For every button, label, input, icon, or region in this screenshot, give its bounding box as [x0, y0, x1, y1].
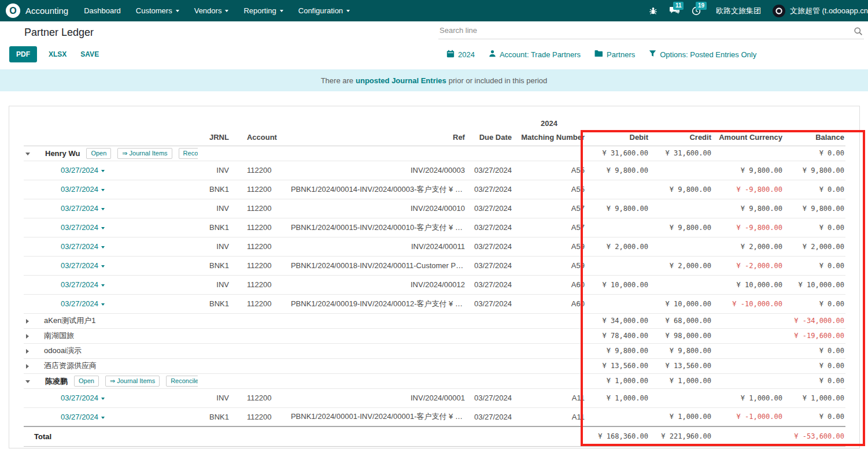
- expand-caret-icon[interactable]: [26, 364, 29, 369]
- double-arrow-icon: ⇒: [110, 377, 115, 384]
- partner-group-row: aKen测试用户1¥ 34,000.00¥ 68,000.00¥ -34,000…: [24, 313, 845, 328]
- dropdown-caret-icon: [225, 10, 228, 12]
- amount-currency: ¥ 1,000.00: [712, 388, 784, 407]
- debit-amount: [586, 180, 649, 199]
- balance-amount: ¥ 2,000.00: [784, 237, 845, 256]
- journal-entry-date-link[interactable]: 03/27/2024: [61, 299, 105, 308]
- journal-line-row: 03/27/2024BNK1112200PBNK1/2024/00014-INV…: [24, 180, 845, 199]
- journal-entry-date-link[interactable]: 03/27/2024: [61, 204, 105, 213]
- activities-badge: 19: [696, 2, 707, 10]
- xlsx-button[interactable]: XLSX: [46, 46, 69, 62]
- credit-amount: ¥ 9,800.00: [649, 343, 712, 358]
- filter-icon: [649, 50, 656, 59]
- reference: PBNK1/2024/00014-INV/2024/00003-客户支付 ¥ 9…: [290, 180, 466, 199]
- user-avatar[interactable]: [773, 5, 785, 17]
- menu-customers[interactable]: Customers: [128, 0, 187, 21]
- due-date: 03/27/2024: [466, 237, 512, 256]
- search-input[interactable]: [438, 23, 849, 37]
- caret-down-icon: [101, 170, 105, 172]
- filter-options-posted-entries-only[interactable]: Options: Posted Entries Only: [649, 50, 756, 59]
- journal-entry-date-link[interactable]: 03/27/2024: [61, 394, 105, 402]
- journal-entry-date-link[interactable]: 03/27/2024: [61, 261, 105, 270]
- unposted-entries-banner: There are unposted Journal Entries prior…: [0, 69, 868, 91]
- save-button[interactable]: SAVE: [77, 46, 102, 62]
- caret-down-icon: [101, 189, 105, 191]
- collapse-caret-icon[interactable]: [25, 153, 30, 155]
- expand-caret-icon[interactable]: [26, 334, 29, 339]
- table-header-row: JRNL Account Ref Due Date Matching Numbe…: [24, 129, 845, 146]
- journal-entry-date-link[interactable]: 03/27/2024: [61, 413, 105, 421]
- amount-currency: [712, 358, 784, 373]
- account-code: 112200: [232, 218, 290, 237]
- journal-entry-date-link[interactable]: 03/27/2024: [61, 185, 105, 194]
- journal-line-row: 03/27/2024BNK1112200PBNK1/2024/00001-INV…: [24, 407, 845, 426]
- journal-code: BNK1: [198, 256, 232, 275]
- menu-configuration[interactable]: Configuration: [291, 0, 357, 21]
- caret-down-icon: [101, 284, 105, 287]
- partner-name: odooai演示: [44, 346, 82, 355]
- filter-partners[interactable]: Partners: [594, 50, 635, 59]
- menu-dashboard[interactable]: Dashboard: [76, 0, 128, 21]
- company-name[interactable]: 欧路文旅集团: [707, 6, 770, 16]
- reconcile-button[interactable]: Reconcile: [166, 376, 198, 387]
- user-icon: [489, 50, 496, 59]
- amount-currency: [712, 328, 784, 343]
- expand-caret-icon[interactable]: [26, 319, 29, 324]
- menu-vendors[interactable]: Vendors: [187, 0, 237, 21]
- amount-currency: ¥ -9,800.00: [712, 218, 784, 237]
- open-button[interactable]: Open: [74, 376, 99, 387]
- journal-code: INV: [198, 161, 232, 180]
- journal-line-row: 03/27/2024INV112200INV/2024/0001203/27/2…: [24, 275, 845, 294]
- credit-amount: [649, 199, 712, 218]
- balance-amount: ¥ 9,800.00: [784, 199, 845, 218]
- journal-entry-date-link[interactable]: 03/27/2024: [61, 223, 105, 232]
- open-button[interactable]: Open: [86, 148, 111, 159]
- balance-amount: ¥ 1,000.00: [784, 388, 845, 407]
- account-code: 112200: [232, 161, 290, 180]
- due-date: 03/27/2024: [466, 407, 512, 426]
- filter-2024[interactable]: 2024: [446, 50, 475, 60]
- filter-label: 2024: [458, 50, 475, 59]
- debug-icon[interactable]: [643, 0, 663, 21]
- matching-number: A59: [512, 237, 586, 256]
- top-navbar: O Accounting DashboardCustomersVendorsRe…: [0, 0, 868, 21]
- user-name[interactable]: 文旅超管 (t.odooapp.cn: [790, 6, 868, 16]
- debit-amount: ¥ 9,800.00: [586, 161, 649, 180]
- debit-amount: ¥ 9,800.00: [586, 199, 649, 218]
- journal-line-row: 03/27/2024BNK1112200PBNK1/2024/00015-INV…: [24, 218, 845, 237]
- filter-account-trade-partners[interactable]: Account: Trade Partners: [489, 50, 581, 59]
- journal-entry-date-link[interactable]: 03/27/2024: [61, 280, 105, 289]
- due-date: 03/27/2024: [466, 218, 512, 237]
- amount-currency: ¥ -2,000.00: [712, 256, 784, 275]
- pdf-button[interactable]: PDF: [9, 46, 37, 62]
- odoo-logo-icon[interactable]: O: [6, 3, 20, 18]
- journal-items-button[interactable]: ⇒Journal Items: [117, 148, 172, 159]
- journal-items-button[interactable]: ⇒Journal Items: [105, 376, 160, 387]
- reconcile-button[interactable]: Reconcile: [179, 148, 198, 159]
- balance-amount: ¥ 0.00: [784, 146, 845, 161]
- journal-entry-date-link[interactable]: 03/27/2024: [61, 242, 105, 251]
- journal-entry-date-link[interactable]: 03/27/2024: [61, 166, 105, 175]
- reference: PBNK1/2024/00018-INV/2024/00011-Customer…: [290, 256, 466, 275]
- balance-amount: ¥ -34,000.00: [784, 313, 845, 328]
- page-title: Partner Ledger: [24, 27, 94, 39]
- messages-icon[interactable]: 11: [663, 0, 686, 21]
- app-name[interactable]: Accounting: [25, 6, 68, 16]
- debit-amount: ¥ 1,000.00: [586, 373, 649, 388]
- journal-line-row: 03/27/2024INV112200INV/2024/0001103/27/2…: [24, 237, 845, 256]
- amount-currency: ¥ 10,000.00: [712, 275, 784, 294]
- search-icon[interactable]: [854, 27, 863, 36]
- menu-reporting[interactable]: Reporting: [236, 0, 290, 21]
- filter-label: Options: Posted Entries Only: [660, 50, 756, 59]
- partner-name: 酒店资源供应商: [44, 361, 97, 370]
- reference: PBNK1/2024/00019-INV/2024/00012-客户支付 ¥ 1…: [290, 294, 466, 313]
- balance-amount: ¥ 0.00: [784, 256, 845, 275]
- expand-caret-icon[interactable]: [26, 349, 29, 354]
- double-arrow-icon: ⇒: [122, 150, 127, 157]
- credit-amount: ¥ 13,560.00: [649, 358, 712, 373]
- total-debit: ¥ 168,360.00: [586, 426, 649, 446]
- activities-clock-icon[interactable]: 19: [686, 0, 707, 21]
- collapse-caret-icon[interactable]: [25, 380, 30, 383]
- partner-group-row: odooai演示¥ 9,800.00¥ 9,800.00¥ 0.00: [24, 343, 845, 358]
- due-date: 03/27/2024: [466, 388, 512, 407]
